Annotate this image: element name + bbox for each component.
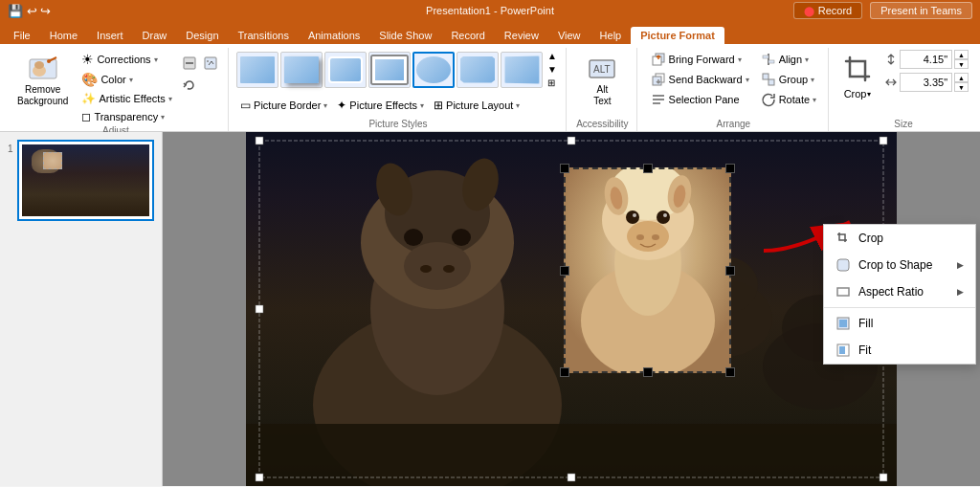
tab-record[interactable]: Record [441, 27, 494, 44]
styles-down-button[interactable]: ▼ [545, 63, 560, 76]
align-label: Align [779, 54, 802, 65]
crop-menu-crop-to-shape[interactable]: Crop to Shape ▶ [824, 252, 975, 278]
selection-pane-icon [651, 92, 666, 107]
fill-icon [835, 316, 851, 331]
tab-picture-format[interactable]: Picture Format [631, 27, 724, 44]
width-input[interactable]: 3.35" [900, 73, 952, 92]
svg-point-61 [652, 234, 659, 240]
color-button[interactable]: 🎨 Color ▾ [78, 70, 175, 89]
align-button[interactable]: Align ▾ [757, 50, 820, 69]
crop-menu-fit[interactable]: Fit [824, 337, 975, 364]
corrections-button[interactable]: ☀ Corrections ▾ [78, 50, 175, 69]
height-input[interactable]: 4.15" [900, 50, 952, 69]
picture-layout-button[interactable]: ⊞ Picture Layout ▾ [430, 97, 523, 114]
crop-menu-fill[interactable]: Fill [824, 310, 975, 337]
crop-dropdown-arrow[interactable]: ▾ [867, 90, 871, 99]
adjust-small-buttons: ☀ Corrections ▾ 🎨 Color ▾ ✨ Artistic Eff… [78, 50, 175, 125]
crop-handle-bl[interactable] [560, 367, 569, 377]
picture-effects-label: Picture Effects [349, 100, 417, 111]
styles-expand-button[interactable]: ⊞ [545, 77, 560, 89]
group-button[interactable]: Group ▾ [757, 70, 820, 89]
remove-background-button[interactable]: RemoveBackground [11, 50, 74, 111]
slide-thumbnail-1[interactable] [17, 140, 154, 221]
slide-item-1[interactable]: 1 [8, 140, 154, 221]
tab-help[interactable]: Help [590, 27, 632, 44]
crop-handle-ml[interactable] [560, 266, 569, 276]
change-picture-button[interactable] [201, 54, 220, 73]
crop-selection-box[interactable] [564, 167, 731, 373]
artistic-effects-button[interactable]: ✨ Artistic Effects ▾ [78, 90, 175, 107]
picture-layout-arrow: ▾ [516, 101, 520, 110]
svg-point-3 [47, 59, 51, 63]
artistic-effects-arrow: ▾ [168, 95, 172, 103]
transparency-button[interactable]: ◻ Transparency ▾ [78, 108, 175, 125]
send-backward-button[interactable]: Send Backward ▾ [647, 70, 753, 89]
crop-handle-bm[interactable] [643, 367, 653, 377]
style-thumb-4[interactable] [368, 52, 411, 88]
tab-transitions[interactable]: Transitions [229, 27, 299, 44]
style-thumb-6[interactable] [457, 52, 499, 88]
height-up[interactable]: ▲ [954, 50, 969, 59]
picture-effects-arrow: ▾ [420, 101, 424, 110]
selection-pane-button[interactable]: Selection Pane [647, 90, 753, 109]
crop-handle-br[interactable] [725, 367, 735, 377]
send-backward-label: Send Backward [669, 74, 743, 85]
crop-menu-aspect-ratio[interactable]: Aspect Ratio ▶ [824, 278, 975, 305]
title-bar-right: ⬤ Record Present in Teams [793, 2, 972, 19]
crop-handle-tm[interactable] [643, 164, 653, 173]
alt-text-button[interactable]: ALT AltText [578, 50, 626, 111]
width-icon [884, 76, 898, 89]
picture-border-button[interactable]: ▭ Picture Border ▾ [236, 97, 331, 114]
crop-handle-tl[interactable] [560, 164, 569, 173]
style-thumb-1[interactable] [236, 52, 278, 88]
crop-menu-crop[interactable]: Crop [824, 225, 975, 252]
compress-pictures-button[interactable] [180, 54, 199, 73]
reset-picture-button[interactable] [180, 76, 199, 95]
picture-effects-button[interactable]: ✦ Picture Effects ▾ [333, 97, 428, 114]
crop-main-button[interactable]: Crop ▾ [838, 50, 877, 103]
svg-point-29 [404, 229, 423, 246]
svg-rect-63 [837, 259, 849, 271]
svg-rect-13 [653, 95, 664, 97]
width-row: 3.35" ▲ ▼ [884, 73, 969, 92]
style-thumb-2[interactable] [280, 52, 323, 88]
svg-rect-68 [839, 346, 845, 354]
accessibility-content: ALT AltText [578, 50, 626, 119]
ribbon-tabs: File Home Insert Draw Design Transitions… [0, 21, 980, 44]
tab-insert[interactable]: Insert [87, 27, 133, 44]
tab-home[interactable]: Home [40, 27, 87, 44]
artistic-effects-icon: ✨ [81, 92, 96, 105]
styles-up-button[interactable]: ▲ [545, 50, 560, 62]
bring-forward-arrow: ▾ [738, 55, 742, 64]
style-thumb-3[interactable] [324, 52, 367, 88]
ribbon: RemoveBackground ☀ Corrections ▾ 🎨 Color… [0, 44, 980, 132]
tab-design[interactable]: Design [176, 27, 228, 44]
record-button[interactable]: ⬤ Record [793, 2, 862, 19]
svg-point-55 [626, 210, 639, 224]
arrange-content: Bring Forward ▾ Send Backward ▾ Selectio… [647, 50, 820, 119]
height-down[interactable]: ▼ [954, 59, 969, 69]
picture-border-icon: ▭ [240, 99, 251, 112]
align-arrow: ▾ [805, 55, 809, 64]
style-thumb-7[interactable] [501, 52, 543, 88]
send-backward-icon [651, 72, 666, 87]
tab-view[interactable]: View [548, 27, 590, 44]
present-teams-button[interactable]: Present in Teams [870, 2, 972, 19]
tab-draw[interactable]: Draw [133, 27, 177, 44]
arrange-label: Arrange [717, 119, 751, 131]
remove-background-label: RemoveBackground [17, 84, 68, 107]
bring-forward-button[interactable]: Bring Forward ▾ [647, 50, 753, 69]
crop-handle-mr[interactable] [725, 266, 735, 276]
tab-animations[interactable]: Animations [299, 27, 369, 44]
rotate-button[interactable]: Rotate ▾ [757, 90, 820, 109]
artistic-effects-label: Artistic Effects [99, 93, 165, 104]
tab-file[interactable]: File [4, 27, 40, 44]
slide-panel: 1 [0, 132, 163, 486]
style-thumb-5[interactable] [412, 52, 455, 88]
width-down[interactable]: ▼ [954, 82, 969, 92]
tab-review[interactable]: Review [495, 27, 548, 44]
width-up[interactable]: ▲ [954, 73, 969, 82]
tab-slideshow[interactable]: Slide Show [369, 27, 441, 44]
picture-layout-icon: ⊞ [434, 99, 443, 112]
crop-handle-tr[interactable] [725, 164, 735, 173]
